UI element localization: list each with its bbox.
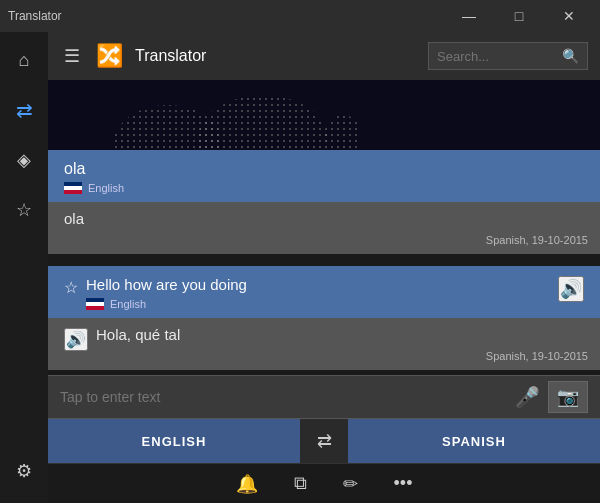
card-1-date: Spanish, 19-10-2015 (486, 234, 588, 246)
app-container: ⌂ ⇄ ◈ ☆ ⚙ ☰ 🔀 Translator 🔍 (0, 32, 600, 503)
us-flag-icon-2 (86, 298, 104, 310)
globe-icon: ◈ (17, 149, 31, 171)
input-area: 🎤 📷 (48, 375, 600, 419)
favorite-star-icon: ☆ (64, 278, 78, 297)
app-header: ☰ 🔀 Translator 🔍 (48, 32, 600, 80)
star-icon: ☆ (16, 199, 32, 221)
content-area: ola English ola Spanish, 19-10-2015 (48, 80, 600, 503)
card-2-source-lang: English (110, 298, 146, 310)
sidebar-item-globe[interactable]: ◈ (0, 136, 48, 184)
sidebar-item-home[interactable]: ⌂ (0, 36, 48, 84)
sidebar-bottom: ⚙ (0, 447, 48, 503)
search-input[interactable] (437, 49, 562, 64)
card-2-source[interactable]: ☆ Hello how are you doing English 🔊 (48, 266, 600, 318)
bottom-bar: 🔔 ⧉ ✏ ••• (48, 463, 600, 503)
bell-icon: 🔔 (236, 474, 258, 494)
target-language-button[interactable]: SPANISH (348, 419, 600, 463)
card-1-flag-row: English (64, 182, 584, 194)
card-2-source-content: Hello how are you doing English (86, 276, 247, 310)
copy-button[interactable]: ⧉ (286, 469, 315, 498)
card-1-source-text: ola (64, 160, 584, 178)
microphone-button[interactable]: 🎤 (507, 381, 548, 413)
close-button[interactable]: ✕ (546, 0, 592, 32)
speaker-button-source[interactable]: 🔊 (558, 276, 584, 302)
bell-button[interactable]: 🔔 (228, 469, 266, 499)
card-1-translation[interactable]: ola Spanish, 19-10-2015 (48, 202, 600, 254)
title-bar-controls: — □ ✕ (446, 0, 592, 32)
card-2-flag-row: English (86, 298, 247, 310)
card-2-translation[interactable]: 🔊 Hola, qué tal Spanish, 19-10-2015 (48, 318, 600, 370)
edit-button[interactable]: ✏ (335, 469, 366, 499)
more-button[interactable]: ••• (386, 469, 421, 498)
card-1-translation-text: ola (64, 210, 84, 227)
sidebar-item-translate[interactable]: ⇄ (0, 86, 48, 134)
svg-point-6 (325, 115, 361, 155)
main-area: ☰ 🔀 Translator 🔍 (48, 32, 600, 503)
header-title: Translator (135, 47, 416, 65)
sidebar-item-settings[interactable]: ⚙ (0, 447, 48, 495)
card-2: ☆ Hello how are you doing English 🔊 (48, 266, 600, 370)
camera-button[interactable]: 📷 (548, 381, 588, 413)
title-bar: Translator — □ ✕ (0, 0, 600, 32)
search-box: 🔍 (428, 42, 588, 70)
settings-icon: ⚙ (16, 460, 32, 482)
header-menu-button[interactable]: ☰ (60, 41, 84, 71)
sidebar: ⌂ ⇄ ◈ ☆ ⚙ (0, 32, 48, 503)
text-input[interactable] (60, 389, 507, 405)
card-1: ola English ola Spanish, 19-10-2015 (48, 150, 600, 254)
title-bar-left: Translator (8, 9, 62, 23)
us-flag-icon (64, 182, 82, 194)
card-1-source[interactable]: ola English (48, 150, 600, 202)
swap-icon: ⇄ (317, 430, 332, 452)
card-1-source-lang: English (88, 182, 124, 194)
minimize-button[interactable]: — (446, 0, 492, 32)
language-bar: ENGLISH ⇄ SPANISH (48, 419, 600, 463)
copy-icon: ⧉ (294, 473, 307, 493)
search-icon-button[interactable]: 🔍 (562, 48, 579, 64)
app-icon: 🔀 (96, 43, 123, 69)
cards-container: ola English ola Spanish, 19-10-2015 (48, 150, 600, 370)
home-icon: ⌂ (19, 50, 30, 71)
window-title: Translator (8, 9, 62, 23)
source-language-button[interactable]: ENGLISH (48, 419, 300, 463)
card-2-translation-text: Hola, qué tal (96, 326, 584, 343)
sidebar-item-favorites[interactable]: ☆ (0, 186, 48, 234)
card-2-date: Spanish, 19-10-2015 (486, 350, 588, 362)
speaker-button-translation[interactable]: 🔊 (64, 328, 88, 351)
pencil-icon: ✏ (343, 474, 358, 494)
language-swap-button[interactable]: ⇄ (300, 419, 348, 463)
more-icon: ••• (394, 473, 413, 493)
card-2-source-left: ☆ Hello how are you doing English (64, 276, 247, 310)
maximize-button[interactable]: □ (496, 0, 542, 32)
translate-icon: ⇄ (16, 98, 33, 122)
card-2-source-text: Hello how are you doing (86, 276, 247, 293)
